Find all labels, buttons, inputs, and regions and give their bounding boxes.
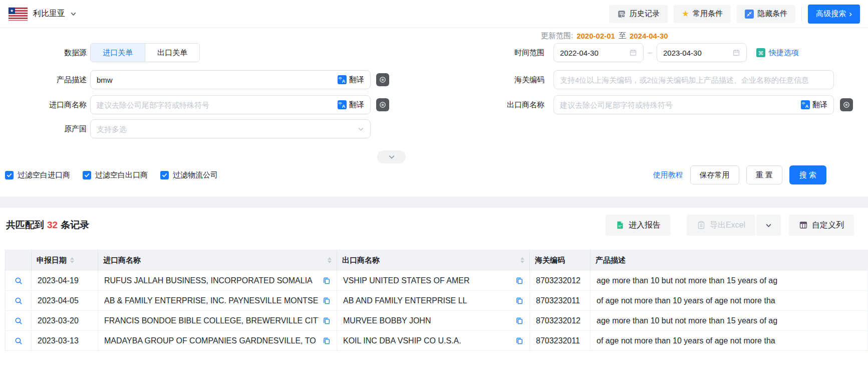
- magnifier-icon: [14, 316, 23, 325]
- hs-code-cell: 8703232011: [530, 291, 591, 310]
- form-row-companies: 进口商名称 中A 翻译 出口商名称 中A 翻译: [0, 95, 868, 114]
- header-importer[interactable]: 进口商名称: [98, 250, 337, 271]
- copy-button[interactable]: [323, 337, 331, 345]
- clipboard-icon: [697, 221, 706, 230]
- copy-button[interactable]: [323, 317, 331, 325]
- save-favorite-button[interactable]: 保存常用: [690, 165, 739, 184]
- sort-icon[interactable]: [520, 257, 524, 263]
- export-excel-label: 导出Excel: [710, 220, 745, 231]
- tutorial-link[interactable]: 使用教程: [653, 170, 683, 180]
- hs-code-cell: 8703232012: [530, 311, 591, 330]
- origin-select[interactable]: [90, 119, 371, 138]
- view-detail-button[interactable]: [14, 316, 23, 325]
- calendar-icon[interactable]: [732, 49, 740, 57]
- exporter-name: AB AND FAMILY ENTERPRISE LL: [343, 296, 467, 305]
- column-label: 进口商名称: [103, 256, 141, 265]
- header-exporter[interactable]: 出口商名称: [337, 250, 530, 271]
- svg-text:中: 中: [802, 102, 805, 105]
- exact-match-toggle[interactable]: [840, 98, 853, 111]
- hide-conditions-button[interactable]: 隐藏条件: [737, 5, 795, 23]
- translate-button[interactable]: 中A 翻译: [801, 100, 827, 110]
- svg-text:中: 中: [339, 102, 342, 105]
- sort-icon[interactable]: [328, 257, 332, 263]
- quick-options-label: 快捷选项: [769, 48, 799, 58]
- sort-icon[interactable]: [70, 257, 74, 263]
- translate-button[interactable]: 中A 翻译: [338, 75, 364, 85]
- tab-import[interactable]: 进口关单: [91, 44, 145, 62]
- search-button[interactable]: 搜 索: [789, 165, 826, 184]
- translate-icon: 中A: [801, 100, 810, 109]
- matched-prefix: 共匹配到: [6, 220, 44, 230]
- copy-button[interactable]: [323, 277, 331, 285]
- history-button[interactable]: 历史记录: [609, 5, 668, 23]
- quick-options-link[interactable]: ⌘ 快捷选项: [756, 43, 799, 62]
- translate-button[interactable]: 中A 翻译: [338, 100, 364, 110]
- header-declare-date[interactable]: 申报日期: [32, 250, 98, 271]
- filter-blank-exporter-checkbox[interactable]: 过滤空白出口商: [83, 170, 148, 180]
- copy-icon: [515, 277, 523, 285]
- translate-icon: 中A: [338, 75, 347, 84]
- country-selector[interactable]: ★ 利比里亚: [8, 7, 77, 21]
- view-detail-button[interactable]: [14, 336, 23, 345]
- update-range-to: 2024-04-30: [630, 32, 668, 40]
- topbar-actions: 历史记录 ★ 常用条件 隐藏条件 高级搜索 ›: [609, 5, 860, 24]
- export-dropdown-button[interactable]: [756, 215, 781, 236]
- advanced-search-button[interactable]: 高级搜索 ›: [808, 5, 860, 24]
- custom-columns-button[interactable]: 自定义列: [789, 215, 854, 236]
- copy-button[interactable]: [515, 317, 523, 325]
- checkbox-label: 过滤空白进口商: [18, 170, 70, 180]
- reset-button[interactable]: 重 置: [746, 165, 782, 184]
- view-detail-button[interactable]: [14, 276, 23, 285]
- filter-logistics-checkbox[interactable]: 过滤物流公司: [160, 170, 218, 180]
- magnifier-icon: [14, 276, 23, 285]
- copy-button[interactable]: [515, 277, 523, 285]
- chevron-down-icon[interactable]: [358, 126, 364, 132]
- copy-icon: [323, 337, 331, 345]
- exporter-cell: VSHIP UNITED STATES OF AMER: [337, 271, 530, 290]
- product-label: 产品描述: [0, 70, 87, 89]
- copy-button[interactable]: [515, 297, 523, 305]
- table-row: 2023-03-20 FRANCIS BONDOE BIBLE COLLEGE,…: [6, 311, 868, 331]
- importer-field[interactable]: 中A 翻译: [90, 95, 371, 114]
- product-field[interactable]: 中A 翻译: [90, 70, 371, 89]
- time-range-label: 时间范围: [458, 43, 544, 62]
- hs-code-input[interactable]: [560, 76, 827, 84]
- favorites-button[interactable]: ★ 常用条件: [674, 5, 731, 23]
- copy-icon: [323, 297, 331, 305]
- copy-icon: [323, 277, 331, 285]
- copy-button[interactable]: [515, 337, 523, 345]
- copy-button[interactable]: [323, 297, 331, 305]
- matched-suffix: 条记录: [61, 220, 89, 230]
- product-input[interactable]: [97, 76, 334, 84]
- report-icon: [616, 221, 625, 230]
- trade-search-app: ★ 利比里亚 历史记录 ★ 常用条件 隐藏条件 高级搜索 ›: [0, 0, 868, 370]
- exporter-field[interactable]: 中A 翻译: [553, 95, 834, 114]
- importer-name: RUFUS JALLAH BUSINESS, INCORPORATED SOMA…: [104, 276, 313, 285]
- table-row: 2023-04-19 RUFUS JALLAH BUSINESS, INCORP…: [6, 271, 868, 291]
- enter-report-button[interactable]: 进入报告: [606, 215, 671, 236]
- exact-match-toggle[interactable]: [376, 73, 389, 86]
- date-to-field[interactable]: [657, 43, 747, 62]
- tab-export[interactable]: 出口关单: [145, 44, 199, 62]
- checkbox-checked-icon: [83, 171, 91, 179]
- calendar-icon[interactable]: [629, 49, 637, 57]
- date-from-field[interactable]: [553, 43, 644, 62]
- origin-input[interactable]: [97, 125, 358, 133]
- date-to-input[interactable]: [663, 49, 732, 57]
- update-range-to-word: 至: [619, 31, 626, 41]
- export-excel-button[interactable]: 导出Excel: [687, 215, 755, 236]
- date-from-input[interactable]: [560, 49, 629, 57]
- hs-code-field[interactable]: [553, 70, 834, 89]
- column-label: 海关编码: [535, 256, 565, 265]
- exporter-input[interactable]: [560, 101, 797, 109]
- exact-match-toggle[interactable]: [376, 98, 389, 111]
- view-detail-button[interactable]: [14, 296, 23, 305]
- importer-input[interactable]: [97, 101, 334, 109]
- copy-icon: [515, 297, 523, 305]
- custom-columns-label: 自定义列: [812, 220, 844, 231]
- filter-blank-importer-checkbox[interactable]: 过滤空白进口商: [5, 170, 70, 180]
- declare-date-cell: 2023-04-19: [32, 271, 98, 290]
- column-label: 产品描述: [596, 256, 626, 265]
- collapse-form-button[interactable]: [377, 150, 406, 163]
- hs-code-cell: 8703232012: [530, 271, 591, 290]
